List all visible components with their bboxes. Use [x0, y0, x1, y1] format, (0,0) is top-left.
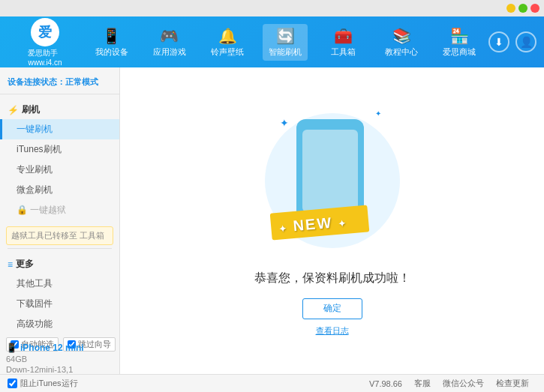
content-area: ✦ ✦ ✦ ✦ NEW ✦ 恭喜您，保资料刷机成功啦！ 确定 查看日志	[120, 67, 544, 374]
sidebar-item-onepass: 🔒 一键越狱	[0, 200, 119, 220]
minimize-btn[interactable]	[506, 4, 515, 13]
success-text: 恭喜您，保资料刷机成功啦！	[254, 271, 410, 286]
sidebar: 设备连接状态：正常模式 ⚡ 刷机 一键刷机 iTunes刷机 专业刷机 微盒刷机…	[0, 67, 120, 374]
sidebar-item-othertools[interactable]: 其他工具	[0, 274, 119, 294]
nav-store-label: 爱思商城	[443, 46, 476, 58]
sparkle-2: ✦	[375, 109, 381, 118]
apps-icon: 🎮	[160, 27, 179, 45]
logo-area: 爱 爱思助手 www.i4.cn	[8, 18, 83, 67]
more-section: ≡ 更多 其他工具 下载固件 高级功能	[0, 252, 119, 337]
nav-tutorial-label: 教程中心	[385, 46, 418, 58]
logo-text: 爱思助手 www.i4.cn	[28, 48, 62, 67]
nav-ringtone-label: 铃声壁纸	[211, 46, 244, 58]
sidebar-status: 设备连接状态：正常模式	[0, 73, 119, 94]
history-link[interactable]: 查看日志	[316, 325, 349, 337]
phone-icon: 📱	[6, 343, 17, 353]
sidebar-item-pro[interactable]: 专业刷机	[0, 160, 119, 180]
sparkle-1: ✦	[280, 117, 289, 129]
device-storage: 64GB	[6, 355, 119, 364]
download-action-btn[interactable]: ⬇	[488, 31, 509, 52]
sidebar-item-download[interactable]: 下载固件	[0, 294, 119, 314]
status-label-text: 设备连接状态：	[8, 77, 65, 86]
nav-items: 📱 我的设备 🎮 应用游戏 🔔 铃声壁纸 🔄 智能刷机 🧰 工具箱 📚 教程中心…	[83, 24, 488, 61]
sidebar-divider	[8, 248, 112, 249]
more-icon: ≡	[8, 259, 13, 270]
phone-illustration: ✦ ✦ ✦ ✦ NEW ✦	[257, 106, 407, 256]
nav-tools[interactable]: 🧰 工具箱	[321, 24, 366, 61]
bottom-center: V7.98.66 客服 微信公众号 检查更新	[128, 378, 536, 389]
flash-section-title: ⚡ 刷机	[0, 100, 119, 119]
main-area: 设备连接状态：正常模式 ⚡ 刷机 一键刷机 iTunes刷机 专业刷机 微盒刷机…	[0, 67, 544, 374]
sidebar-item-itunes[interactable]: iTunes刷机	[0, 139, 119, 160]
header: 爱 爱思助手 www.i4.cn 📱 我的设备 🎮 应用游戏 🔔 铃声壁纸 🔄 …	[0, 16, 544, 67]
sidebar-item-backup[interactable]: 微盒刷机	[0, 180, 119, 200]
nav-tutorial[interactable]: 📚 教程中心	[379, 24, 424, 61]
device-model: Down-12mini-13,1	[6, 365, 119, 374]
nav-apps-label: 应用游戏	[153, 46, 186, 58]
sidebar-warning: 越狱工具已转移至 工具箱	[6, 226, 113, 245]
phone-screen	[302, 130, 358, 212]
nav-tools-label: 工具箱	[331, 46, 356, 58]
smart-icon: 🔄	[276, 27, 295, 45]
nav-store[interactable]: 🏪 爱思商城	[437, 24, 482, 61]
nav-device-label: 我的设备	[95, 46, 128, 58]
maximize-btn[interactable]	[518, 4, 527, 13]
title-bar	[0, 0, 544, 16]
check-update-link[interactable]: 检查更新	[496, 378, 529, 389]
close-btn[interactable]	[530, 4, 539, 13]
stop-itunes-label: 阻止iTunes运行	[20, 378, 78, 389]
sidebar-item-onekey[interactable]: 一键刷机	[0, 119, 119, 139]
store-icon: 🏪	[450, 27, 469, 45]
status-value: 正常模式	[65, 77, 98, 86]
flash-section: ⚡ 刷机 一键刷机 iTunes刷机 专业刷机 微盒刷机 🔒 一键越狱	[0, 97, 119, 223]
wechat-link[interactable]: 微信公众号	[443, 378, 484, 389]
version-text: V7.98.66	[369, 379, 402, 388]
nav-ringtone[interactable]: 🔔 铃声壁纸	[205, 24, 250, 61]
confirm-button[interactable]: 确定	[302, 298, 362, 319]
device-info-area: 📱 iPhone 12 mini 64GB Down-12mini-13,1	[6, 343, 119, 374]
sidebar-item-advanced[interactable]: 高级功能	[0, 314, 119, 334]
stop-itunes-checkbox[interactable]	[8, 379, 17, 388]
bottom-bar: 阻止iTunes运行 自动能选 跳过向导 📱 iPhone 12 mini 64…	[0, 374, 544, 392]
header-actions: ⬇ 👤	[488, 31, 536, 52]
user-action-btn[interactable]: 👤	[515, 31, 536, 52]
ringtone-icon: 🔔	[218, 27, 237, 45]
tutorial-icon: 📚	[392, 27, 411, 45]
nav-smart[interactable]: 🔄 智能刷机	[263, 24, 308, 61]
nav-apps[interactable]: 🎮 应用游戏	[147, 24, 192, 61]
logo-icon: 爱	[31, 18, 59, 46]
device-icon: 📱	[102, 27, 121, 45]
stop-itunes-area: 阻止iTunes运行	[8, 378, 128, 389]
more-section-title: ≡ 更多	[0, 255, 119, 274]
flash-section-icon: ⚡	[8, 105, 19, 115]
nav-smart-label: 智能刷机	[269, 46, 302, 58]
tools-icon: 🧰	[334, 27, 353, 45]
customer-service-link[interactable]: 客服	[414, 378, 431, 389]
nav-device[interactable]: 📱 我的设备	[89, 24, 134, 61]
device-name: 📱 iPhone 12 mini	[6, 343, 119, 353]
